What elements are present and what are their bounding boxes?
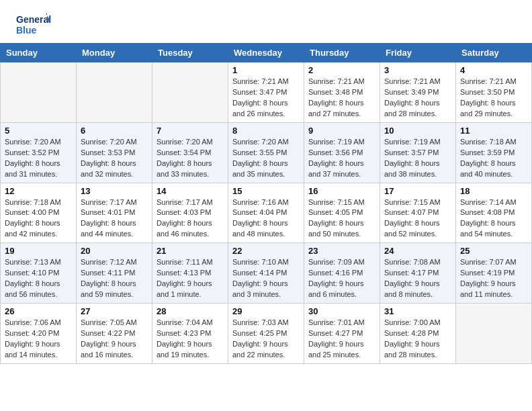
- day-info: Sunrise: 7:04 AM Sunset: 4:23 PM Dayligh…: [157, 318, 224, 361]
- day-info: Sunrise: 7:08 AM Sunset: 4:17 PM Dayligh…: [384, 257, 451, 300]
- day-info: Sunrise: 7:09 AM Sunset: 4:16 PM Dayligh…: [308, 257, 375, 300]
- day-number: 4: [460, 65, 527, 75]
- day-number: 27: [81, 306, 148, 316]
- calendar-week-row: 26Sunrise: 7:06 AM Sunset: 4:20 PM Dayli…: [1, 304, 532, 364]
- day-number: 30: [308, 306, 375, 316]
- day-number: 6: [81, 126, 148, 136]
- day-number: 17: [384, 186, 451, 196]
- calendar-cell: 22Sunrise: 7:10 AM Sunset: 4:14 PM Dayli…: [228, 243, 304, 304]
- calendar-cell: [152, 62, 228, 123]
- calendar-cell: 2Sunrise: 7:21 AM Sunset: 3:48 PM Daylig…: [304, 62, 380, 123]
- day-number: 3: [384, 65, 451, 75]
- weekday-header: Friday: [380, 44, 456, 62]
- calendar-cell: 27Sunrise: 7:05 AM Sunset: 4:22 PM Dayli…: [77, 304, 152, 364]
- weekday-header: Saturday: [456, 44, 532, 62]
- weekday-header: Thursday: [304, 44, 380, 62]
- calendar-cell: 7Sunrise: 7:20 AM Sunset: 3:54 PM Daylig…: [152, 122, 228, 183]
- day-info: Sunrise: 7:13 AM Sunset: 4:10 PM Dayligh…: [5, 257, 72, 300]
- day-number: 8: [232, 126, 300, 136]
- day-number: 1: [232, 65, 300, 75]
- day-number: 24: [384, 246, 451, 256]
- day-number: 5: [5, 126, 72, 136]
- day-number: 26: [5, 306, 72, 316]
- calendar-cell: 8Sunrise: 7:20 AM Sunset: 3:55 PM Daylig…: [228, 122, 304, 183]
- calendar-cell: 20Sunrise: 7:12 AM Sunset: 4:11 PM Dayli…: [77, 243, 152, 304]
- logo: General Blue: [16, 12, 51, 38]
- day-info: Sunrise: 7:21 AM Sunset: 3:50 PM Dayligh…: [460, 77, 527, 120]
- calendar-cell: 12Sunrise: 7:18 AM Sunset: 4:00 PM Dayli…: [1, 183, 77, 243]
- calendar-cell: 26Sunrise: 7:06 AM Sunset: 4:20 PM Dayli…: [1, 304, 77, 364]
- calendar-cell: 4Sunrise: 7:21 AM Sunset: 3:50 PM Daylig…: [456, 62, 532, 123]
- day-number: 23: [308, 246, 375, 256]
- day-number: 18: [460, 186, 527, 196]
- day-info: Sunrise: 7:05 AM Sunset: 4:22 PM Dayligh…: [81, 318, 148, 361]
- calendar-cell: 3Sunrise: 7:21 AM Sunset: 3:49 PM Daylig…: [380, 62, 456, 123]
- day-number: 31: [384, 306, 451, 316]
- weekday-header-row: SundayMondayTuesdayWednesdayThursdayFrid…: [1, 44, 532, 62]
- day-info: Sunrise: 7:18 AM Sunset: 4:00 PM Dayligh…: [5, 197, 72, 240]
- calendar-cell: 13Sunrise: 7:17 AM Sunset: 4:01 PM Dayli…: [77, 183, 152, 243]
- day-number: 28: [157, 306, 224, 316]
- day-number: 13: [81, 186, 148, 196]
- day-info: Sunrise: 7:15 AM Sunset: 4:07 PM Dayligh…: [384, 197, 451, 240]
- calendar-week-row: 19Sunrise: 7:13 AM Sunset: 4:10 PM Dayli…: [1, 243, 532, 304]
- day-number: 20: [81, 246, 148, 256]
- calendar-week-row: 1Sunrise: 7:21 AM Sunset: 3:47 PM Daylig…: [1, 62, 532, 123]
- day-number: 16: [308, 186, 375, 196]
- calendar-cell: 24Sunrise: 7:08 AM Sunset: 4:17 PM Dayli…: [380, 243, 456, 304]
- day-info: Sunrise: 7:19 AM Sunset: 3:56 PM Dayligh…: [308, 137, 375, 180]
- calendar-cell: 5Sunrise: 7:20 AM Sunset: 3:52 PM Daylig…: [1, 122, 77, 183]
- calendar-cell: [1, 62, 77, 123]
- calendar-cell: 6Sunrise: 7:20 AM Sunset: 3:53 PM Daylig…: [77, 122, 152, 183]
- day-number: 11: [460, 126, 527, 136]
- day-info: Sunrise: 7:20 AM Sunset: 3:52 PM Dayligh…: [5, 137, 72, 180]
- svg-text:General: General: [16, 14, 51, 25]
- day-number: 22: [232, 246, 300, 256]
- calendar-cell: [456, 304, 532, 364]
- calendar-week-row: 12Sunrise: 7:18 AM Sunset: 4:00 PM Dayli…: [1, 183, 532, 243]
- day-info: Sunrise: 7:19 AM Sunset: 3:57 PM Dayligh…: [384, 137, 451, 180]
- calendar-cell: 31Sunrise: 7:00 AM Sunset: 4:28 PM Dayli…: [380, 304, 456, 364]
- day-info: Sunrise: 7:11 AM Sunset: 4:13 PM Dayligh…: [157, 257, 224, 300]
- calendar-cell: 23Sunrise: 7:09 AM Sunset: 4:16 PM Dayli…: [304, 243, 380, 304]
- logo-svg: General Blue: [16, 12, 51, 38]
- day-info: Sunrise: 7:01 AM Sunset: 4:27 PM Dayligh…: [308, 318, 375, 361]
- day-info: Sunrise: 7:06 AM Sunset: 4:20 PM Dayligh…: [5, 318, 72, 361]
- day-info: Sunrise: 7:17 AM Sunset: 4:01 PM Dayligh…: [81, 197, 148, 240]
- day-info: Sunrise: 7:18 AM Sunset: 3:59 PM Dayligh…: [460, 137, 527, 180]
- day-info: Sunrise: 7:21 AM Sunset: 3:47 PM Dayligh…: [232, 77, 300, 120]
- day-number: 19: [5, 246, 72, 256]
- page-header: General Blue: [0, 0, 532, 43]
- day-number: 29: [232, 306, 300, 316]
- day-info: Sunrise: 7:16 AM Sunset: 4:04 PM Dayligh…: [232, 197, 300, 240]
- svg-text:Blue: Blue: [16, 25, 37, 36]
- calendar-cell: 18Sunrise: 7:14 AM Sunset: 4:08 PM Dayli…: [456, 183, 532, 243]
- day-info: Sunrise: 7:21 AM Sunset: 3:48 PM Dayligh…: [308, 77, 375, 120]
- day-number: 9: [308, 126, 375, 136]
- day-info: Sunrise: 7:20 AM Sunset: 3:55 PM Dayligh…: [232, 137, 300, 180]
- calendar-cell: 21Sunrise: 7:11 AM Sunset: 4:13 PM Dayli…: [152, 243, 228, 304]
- day-info: Sunrise: 7:10 AM Sunset: 4:14 PM Dayligh…: [232, 257, 300, 300]
- calendar-cell: 14Sunrise: 7:17 AM Sunset: 4:03 PM Dayli…: [152, 183, 228, 243]
- day-number: 14: [157, 186, 224, 196]
- day-number: 2: [308, 65, 375, 75]
- day-info: Sunrise: 7:14 AM Sunset: 4:08 PM Dayligh…: [460, 197, 527, 240]
- weekday-header: Tuesday: [152, 44, 228, 62]
- calendar-cell: 28Sunrise: 7:04 AM Sunset: 4:23 PM Dayli…: [152, 304, 228, 364]
- calendar-cell: 11Sunrise: 7:18 AM Sunset: 3:59 PM Dayli…: [456, 122, 532, 183]
- day-number: 10: [384, 126, 451, 136]
- day-info: Sunrise: 7:21 AM Sunset: 3:49 PM Dayligh…: [384, 77, 451, 120]
- calendar-week-row: 5Sunrise: 7:20 AM Sunset: 3:52 PM Daylig…: [1, 122, 532, 183]
- calendar-cell: 15Sunrise: 7:16 AM Sunset: 4:04 PM Dayli…: [228, 183, 304, 243]
- calendar-cell: 10Sunrise: 7:19 AM Sunset: 3:57 PM Dayli…: [380, 122, 456, 183]
- calendar-cell: [77, 62, 152, 123]
- calendar-cell: 16Sunrise: 7:15 AM Sunset: 4:05 PM Dayli…: [304, 183, 380, 243]
- day-info: Sunrise: 7:20 AM Sunset: 3:53 PM Dayligh…: [81, 137, 148, 180]
- calendar-cell: 17Sunrise: 7:15 AM Sunset: 4:07 PM Dayli…: [380, 183, 456, 243]
- calendar-cell: 25Sunrise: 7:07 AM Sunset: 4:19 PM Dayli…: [456, 243, 532, 304]
- weekday-header: Sunday: [1, 44, 77, 62]
- day-info: Sunrise: 7:00 AM Sunset: 4:28 PM Dayligh…: [384, 318, 451, 361]
- day-info: Sunrise: 7:20 AM Sunset: 3:54 PM Dayligh…: [157, 137, 224, 180]
- day-number: 12: [5, 186, 72, 196]
- day-info: Sunrise: 7:07 AM Sunset: 4:19 PM Dayligh…: [460, 257, 527, 300]
